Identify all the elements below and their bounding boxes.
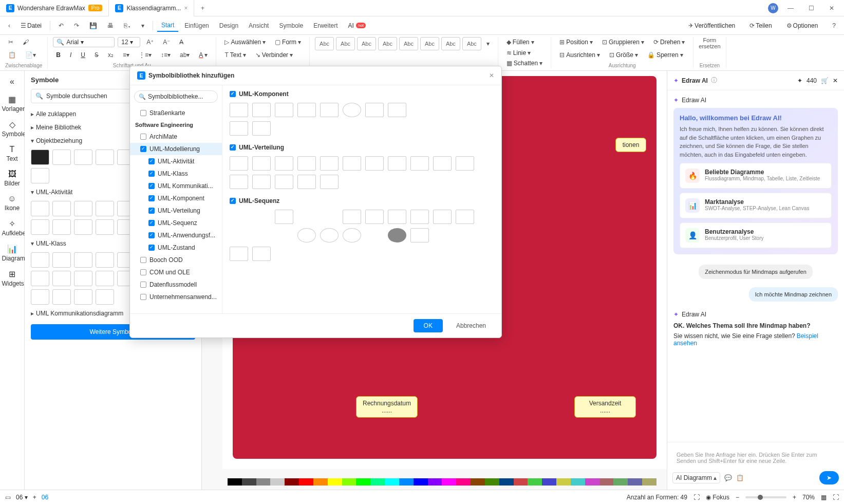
shape-preview[interactable] (275, 175, 293, 189)
ai-info-icon[interactable]: ⓘ (711, 76, 717, 85)
zoom-slider[interactable] (745, 496, 786, 498)
help-button[interactable]: ? (828, 20, 840, 31)
ai-attach-icon[interactable]: 💬 (724, 474, 732, 481)
shape-preview[interactable] (275, 210, 293, 224)
shape-preview[interactable] (230, 103, 248, 117)
shape-item[interactable] (31, 168, 49, 183)
shape-preview[interactable] (388, 103, 406, 117)
shape-preview[interactable] (343, 228, 361, 242)
connector-tool[interactable]: ↘ Verbinder▾ (252, 50, 296, 60)
style-preset-3[interactable]: Abc (357, 37, 376, 50)
shape-item[interactable] (96, 271, 114, 286)
position-button[interactable]: ⊞ Position▾ (556, 37, 596, 47)
shape-preview[interactable] (275, 156, 293, 171)
italic-button[interactable]: I (67, 50, 74, 60)
cat-datenfluss[interactable]: Datenflussmodell (130, 278, 222, 291)
collapse-rail-button[interactable]: « (2, 74, 23, 90)
format-painter-button[interactable]: 🖌 (20, 37, 32, 47)
font-selector[interactable]: 🔍 Arial ▾ (53, 37, 115, 47)
shape-preview[interactable] (230, 175, 248, 189)
rail-icons[interactable]: ☺Ikone (2, 191, 23, 215)
print-button[interactable]: 🖶 (103, 20, 118, 31)
shape-item[interactable] (74, 219, 92, 235)
back-button[interactable]: ‹ (4, 20, 14, 31)
shape-preview[interactable] (343, 156, 361, 171)
paste-button[interactable]: 📄▾ (22, 50, 39, 60)
tab-ai[interactable]: AIhot (344, 20, 369, 31)
rotate-button[interactable]: ⟳ Drehen▾ (650, 37, 688, 47)
cat-uml-sequenz[interactable]: UML-Sequenz (130, 217, 222, 229)
decrease-font-button[interactable]: A⁻ (160, 37, 173, 47)
shape-preview[interactable] (410, 228, 429, 242)
shape-preview[interactable] (320, 210, 339, 224)
shape-tool[interactable]: ▢ Form▾ (272, 37, 304, 47)
shape-preview[interactable] (343, 210, 361, 224)
align-button[interactable]: ⊟ Ausrichten▾ (556, 50, 603, 60)
cancel-button[interactable]: Abbrechen (448, 319, 494, 332)
shape-preview[interactable] (297, 210, 316, 224)
fit-icon[interactable]: ⛶ (693, 494, 700, 501)
shape-preview[interactable] (297, 175, 316, 189)
cat-uml-anwendung[interactable]: UML-Anwendungsf... (130, 229, 222, 241)
shape-preview[interactable] (230, 210, 248, 224)
shape-preview[interactable] (388, 210, 406, 224)
shape-preview[interactable] (365, 103, 384, 117)
font-size-selector[interactable]: 12 ▾ (118, 37, 140, 47)
current-page[interactable]: 06 (42, 494, 48, 501)
document-tab[interactable]: E Klassendiagramm... × (109, 0, 194, 16)
text-tool[interactable]: T Text▾ (221, 50, 249, 60)
shape-preview[interactable] (297, 228, 316, 242)
card-popular-diagrams[interactable]: 🔥 Beliebte DiagrammeFlussdiagramm, Mindm… (680, 163, 832, 189)
cat-strassenkarte[interactable]: Straßenkarte (130, 107, 222, 119)
uml-box-invoice[interactable]: Rechnungsdatum...... (356, 396, 418, 418)
ai-history-icon[interactable]: 📋 (736, 474, 744, 481)
cat-uml-aktivitaet[interactable]: UML-Aktivität (130, 155, 222, 167)
shape-preview[interactable] (230, 156, 248, 171)
cart-icon[interactable]: 🛒 (821, 77, 829, 84)
more-button[interactable]: ▾ (137, 20, 148, 31)
shape-item[interactable] (31, 271, 49, 286)
style-more[interactable]: ▾ (483, 39, 493, 49)
shape-preview[interactable] (365, 210, 384, 224)
shape-preview[interactable] (343, 103, 361, 117)
cat-uml-verteilung[interactable]: UML-Verteilung (130, 204, 222, 217)
shape-item[interactable] (96, 150, 114, 165)
minimize-icon[interactable]: — (782, 2, 799, 14)
export-button[interactable]: ⎘▾ (120, 20, 135, 31)
shape-preview[interactable] (230, 121, 248, 136)
uml-box[interactable]: tionen (615, 138, 646, 152)
style-preset-1[interactable]: Abc (315, 37, 334, 50)
cat-uml-klass[interactable]: UML-Klass (130, 167, 222, 180)
shape-item[interactable] (52, 219, 71, 235)
shape-item[interactable] (74, 271, 92, 286)
size-button[interactable]: ⊡ Größe▾ (606, 50, 641, 60)
shape-preview[interactable] (410, 210, 429, 224)
ai-diagram-dropdown[interactable]: AI Diagramm ▴ (672, 472, 720, 483)
shape-preview[interactable] (230, 247, 248, 261)
shape-preview[interactable] (456, 103, 474, 117)
shape-item[interactable] (52, 150, 71, 165)
shape-preview[interactable] (297, 103, 316, 117)
maximize-icon[interactable]: ☐ (803, 2, 819, 14)
shape-preview[interactable] (388, 156, 406, 171)
tab-start[interactable]: Start (157, 20, 178, 32)
section-title-verteilung[interactable]: UML-Verteilung (239, 144, 284, 151)
shape-preview[interactable] (365, 228, 384, 242)
app-tab[interactable]: E Wondershare EdrawMax Pro (0, 0, 109, 16)
highlight-button[interactable]: ab▾ (177, 50, 193, 60)
pages-icon[interactable]: ▭ (5, 494, 11, 501)
shape-preview[interactable] (320, 156, 339, 171)
rail-templates[interactable]: ▦Vorlagen (2, 91, 23, 116)
section-title-komponent[interactable]: UML-Komponent (239, 90, 289, 98)
options-button[interactable]: ⚙ Optionen (782, 20, 822, 31)
zoom-in-button[interactable]: + (793, 494, 796, 501)
shape-item[interactable] (31, 252, 49, 268)
card-market-analysis[interactable]: 📊 MarktanalyseSWOT-Analyse, STEP-Analyse… (680, 193, 832, 218)
tab-symbols[interactable]: Symbole (275, 20, 307, 31)
shape-preview[interactable] (433, 210, 452, 224)
shape-preview[interactable] (456, 228, 474, 242)
shape-preview[interactable] (410, 103, 429, 117)
shape-preview[interactable] (320, 175, 339, 189)
shape-item[interactable] (31, 150, 49, 165)
focus-button[interactable]: ◉ Fokus (706, 494, 729, 501)
